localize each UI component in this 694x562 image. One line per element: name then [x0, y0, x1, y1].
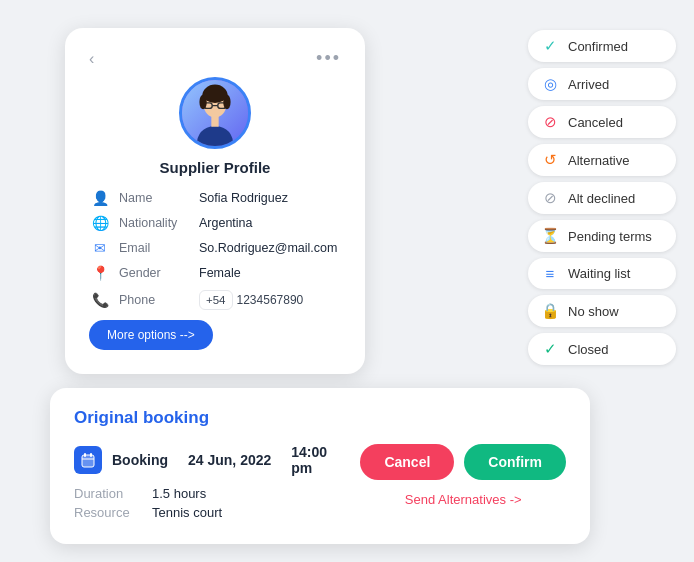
status-item-closed[interactable]: ✓ Closed: [528, 333, 676, 365]
status-item-alternative[interactable]: ↺ Alternative: [528, 144, 676, 176]
send-alternatives-link[interactable]: Send Alternatives ->: [405, 492, 522, 507]
booking-bottom-row: Booking 24 Jun, 2022 14:00 pm Duration 1…: [74, 444, 566, 524]
booking-label: Booking: [112, 452, 168, 468]
phone-value-container: +54 1234567890: [199, 290, 303, 310]
status-alt-declined-label: Alt declined: [568, 191, 635, 206]
duration-value: 1.5 hours: [152, 486, 206, 501]
more-options-button[interactable]: More options -->: [89, 320, 213, 350]
alternative-icon: ↺: [540, 151, 560, 169]
booking-date: 24 Jun, 2022: [188, 452, 271, 468]
card-header: ‹ •••: [89, 48, 341, 69]
status-closed-label: Closed: [568, 342, 608, 357]
status-canceled-label: Canceled: [568, 115, 623, 130]
nationality-label: Nationality: [119, 216, 191, 230]
status-item-arrived[interactable]: ◎ Arrived: [528, 68, 676, 100]
closed-icon: ✓: [540, 340, 560, 358]
gender-icon: 📍: [89, 265, 111, 281]
status-arrived-label: Arrived: [568, 77, 609, 92]
status-confirmed-label: Confirmed: [568, 39, 628, 54]
back-button[interactable]: ‹: [89, 50, 94, 68]
booking-panel: Original booking Booking 24 Jun, 2022 14: [50, 388, 590, 544]
arrived-icon: ◎: [540, 75, 560, 93]
gender-value: Female: [199, 266, 241, 280]
svg-rect-10: [82, 455, 94, 467]
status-pending-label: Pending terms: [568, 229, 652, 244]
email-value: So.Rodriguez@mail.com: [199, 241, 337, 255]
confirmed-icon: ✓: [540, 37, 560, 55]
duration-label: Duration: [74, 486, 144, 501]
booking-detail-row-2: Resource Tennis court: [74, 505, 340, 520]
status-item-alt-declined[interactable]: ⊘ Alt declined: [528, 182, 676, 214]
name-label: Name: [119, 191, 191, 205]
status-item-noshow[interactable]: 🔒 No show: [528, 295, 676, 327]
cancel-button[interactable]: Cancel: [360, 444, 454, 480]
booking-title: Original booking: [74, 408, 566, 428]
avatar: [179, 77, 251, 149]
field-nationality: 🌐 Nationality Argentina: [89, 215, 341, 231]
booking-detail-duration: Duration 1.5 hours: [74, 486, 206, 501]
gender-label: Gender: [119, 266, 191, 280]
field-email: ✉ Email So.Rodriguez@mail.com: [89, 240, 341, 256]
scene: ✓ Confirmed ◎ Arrived ⊘ Canceled ↺ Alter…: [0, 0, 694, 562]
noshow-icon: 🔒: [540, 302, 560, 320]
status-dropdown-panel: ✓ Confirmed ◎ Arrived ⊘ Canceled ↺ Alter…: [528, 30, 676, 365]
name-icon: 👤: [89, 190, 111, 206]
field-gender: 📍 Gender Female: [89, 265, 341, 281]
svg-point-8: [203, 86, 227, 103]
phone-label: Phone: [119, 293, 191, 307]
confirm-button[interactable]: Confirm: [464, 444, 566, 480]
booking-icon: [74, 446, 102, 474]
booking-main-row: Booking 24 Jun, 2022 14:00 pm: [74, 444, 340, 476]
email-icon: ✉: [89, 240, 111, 256]
svg-rect-9: [211, 116, 218, 127]
status-item-waiting[interactable]: ≡ Waiting list: [528, 258, 676, 289]
resource-value: Tennis court: [152, 505, 222, 520]
booking-actions-col: Cancel Confirm Send Alternatives ->: [360, 444, 566, 507]
avatar-wrapper: [89, 77, 341, 149]
profile-card-title: Supplier Profile: [89, 159, 341, 176]
alt-declined-icon: ⊘: [540, 189, 560, 207]
profile-card: ‹ •••: [65, 28, 365, 374]
email-label: Email: [119, 241, 191, 255]
status-item-canceled[interactable]: ⊘ Canceled: [528, 106, 676, 138]
phone-code: +54: [199, 290, 233, 310]
svg-rect-12: [90, 453, 92, 457]
status-alternative-label: Alternative: [568, 153, 629, 168]
phone-number: 1234567890: [237, 293, 304, 307]
phone-icon: 📞: [89, 292, 111, 308]
status-waiting-label: Waiting list: [568, 266, 630, 281]
booking-detail-row: Duration 1.5 hours: [74, 486, 340, 501]
pending-icon: ⏳: [540, 227, 560, 245]
waiting-icon: ≡: [540, 265, 560, 282]
avatar-svg: [182, 80, 248, 146]
canceled-icon: ⊘: [540, 113, 560, 131]
nationality-value: Argentina: [199, 216, 253, 230]
field-phone: 📞 Phone +54 1234567890: [89, 290, 341, 310]
booking-actions: Cancel Confirm: [360, 444, 566, 480]
status-item-confirmed[interactable]: ✓ Confirmed: [528, 30, 676, 62]
svg-rect-11: [84, 453, 86, 457]
status-item-pending[interactable]: ⏳ Pending terms: [528, 220, 676, 252]
name-value: Sofia Rodriguez: [199, 191, 288, 205]
nationality-icon: 🌐: [89, 215, 111, 231]
status-noshow-label: No show: [568, 304, 619, 319]
field-name: 👤 Name Sofia Rodriguez: [89, 190, 341, 206]
booking-details-col: Booking 24 Jun, 2022 14:00 pm Duration 1…: [74, 444, 340, 524]
resource-label: Resource: [74, 505, 144, 520]
booking-detail-resource: Resource Tennis court: [74, 505, 222, 520]
booking-time: 14:00 pm: [291, 444, 340, 476]
more-button[interactable]: •••: [316, 48, 341, 69]
